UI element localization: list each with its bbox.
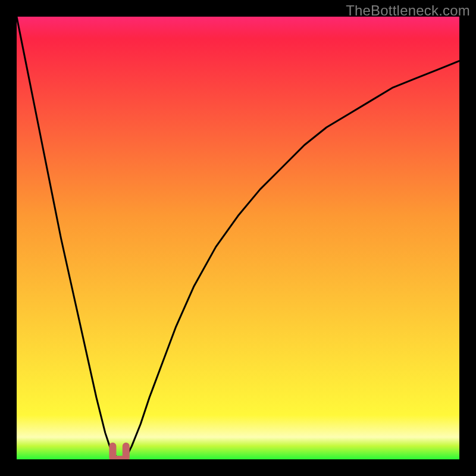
gradient-background [17,17,459,459]
watermark-text: TheBottleneck.com [346,2,470,19]
chart-svg [17,17,459,459]
chart-frame: TheBottleneck.com [0,0,476,476]
plot-area [17,17,459,459]
